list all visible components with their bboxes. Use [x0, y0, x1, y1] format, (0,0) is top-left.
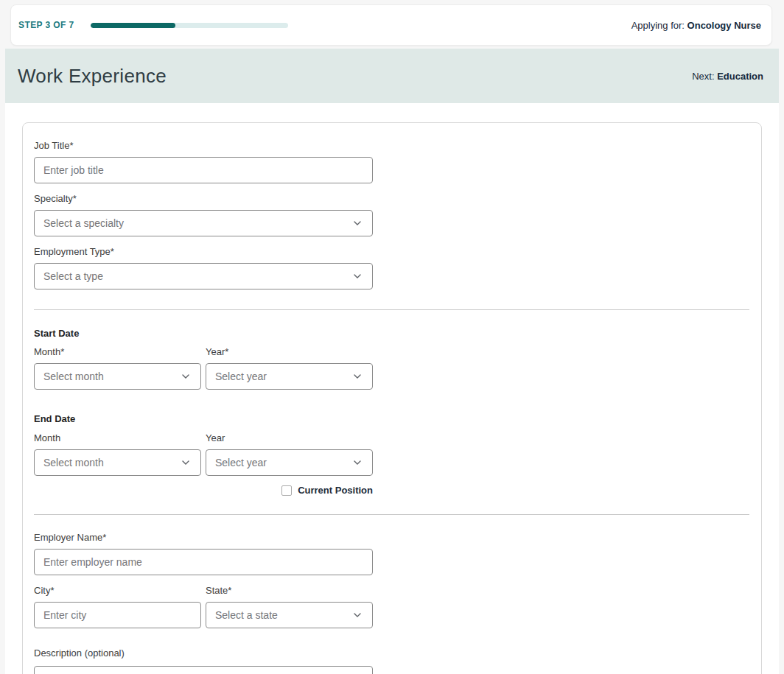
city-state-row: City* State* Select a state [34, 585, 761, 628]
applying-for-value: Oncology Nurse [687, 20, 761, 31]
end-month-select[interactable]: Select month [34, 449, 201, 476]
next-value: Education [717, 71, 763, 82]
city-label: City* [34, 585, 201, 597]
start-month-select[interactable]: Select month [34, 363, 201, 390]
end-year-select[interactable]: Select year [206, 449, 373, 476]
specialty-select[interactable]: Select a specialty [34, 210, 373, 236]
current-position-checkbox[interactable] [281, 485, 292, 496]
employer-name-field: Employer Name* [34, 532, 761, 575]
employment-type-field: Employment Type* Select a type [34, 246, 761, 289]
employment-type-label: Employment Type* [34, 246, 761, 258]
step-indicator: STEP 3 OF 7 [18, 20, 74, 30]
end-date-heading: End Date [34, 413, 761, 425]
description-label: Description (optional) [34, 647, 761, 659]
work-experience-form-card: Job Title* Specialty* Select a specialty… [22, 122, 762, 674]
start-year-label: Year* [206, 346, 373, 358]
specialty-select-placeholder: Select a specialty [43, 217, 124, 229]
employment-type-select[interactable]: Select a type [34, 263, 373, 289]
next-step-text: Next: Education [692, 71, 763, 82]
state-field: State* Select a state [206, 585, 373, 628]
start-month-field: Month* Select month [34, 346, 201, 390]
job-title-label: Job Title* [34, 140, 761, 152]
end-year-select-placeholder: Select year [215, 457, 267, 468]
employment-type-select-placeholder: Select a type [43, 270, 103, 282]
job-title-input[interactable] [34, 157, 373, 183]
end-date-section: End Date Month Select month Year Select … [34, 413, 761, 496]
start-date-section: Start Date Month* Select month Year* Sel… [34, 328, 761, 390]
chevron-down-icon [351, 371, 363, 382]
description-textarea[interactable] [34, 666, 373, 674]
city-field: City* [34, 585, 201, 628]
next-label: Next: [692, 71, 714, 82]
applying-for-text: Applying for: Oncology Nurse [631, 20, 761, 31]
end-month-field: Month Select month [34, 432, 201, 476]
chevron-down-icon [351, 609, 363, 621]
main-content: Job Title* Specialty* Select a specialty… [5, 103, 779, 674]
start-date-heading: Start Date [34, 328, 761, 340]
chevron-down-icon [351, 457, 363, 468]
chevron-down-icon [351, 270, 363, 282]
chevron-down-icon [180, 457, 192, 468]
current-position-row: Current Position [34, 485, 373, 496]
specialty-field: Specialty* Select a specialty [34, 193, 761, 236]
state-select[interactable]: Select a state [206, 602, 373, 628]
job-title-field: Job Title* [34, 140, 761, 183]
page-header-band: Work Experience Next: Education [5, 49, 779, 103]
start-month-label: Month* [34, 346, 201, 358]
page-title: Work Experience [18, 65, 167, 88]
start-year-select[interactable]: Select year [206, 363, 373, 390]
state-label: State* [206, 585, 373, 597]
section-divider [34, 514, 749, 515]
employer-name-input[interactable] [34, 549, 373, 575]
state-select-placeholder: Select a state [215, 609, 278, 621]
top-bar: STEP 3 OF 7 Applying for: Oncology Nurse [10, 4, 772, 46]
section-divider [34, 309, 749, 310]
end-year-field: Year Select year [206, 432, 373, 476]
specialty-label: Specialty* [34, 193, 761, 205]
progress-fill [91, 23, 175, 28]
applying-for-label: Applying for: [631, 20, 685, 31]
description-field: Description (optional) [34, 647, 761, 674]
end-year-label: Year [206, 432, 373, 444]
end-month-select-placeholder: Select month [43, 457, 104, 468]
chevron-down-icon [180, 371, 192, 382]
start-year-select-placeholder: Select year [215, 371, 267, 382]
start-year-field: Year* Select year [206, 346, 373, 390]
city-input[interactable] [34, 602, 201, 628]
current-position-label: Current Position [298, 485, 373, 496]
start-month-select-placeholder: Select month [43, 371, 104, 382]
progress-bar [91, 23, 288, 28]
chevron-down-icon [351, 217, 363, 229]
employer-name-label: Employer Name* [34, 532, 761, 544]
end-month-label: Month [34, 432, 201, 444]
